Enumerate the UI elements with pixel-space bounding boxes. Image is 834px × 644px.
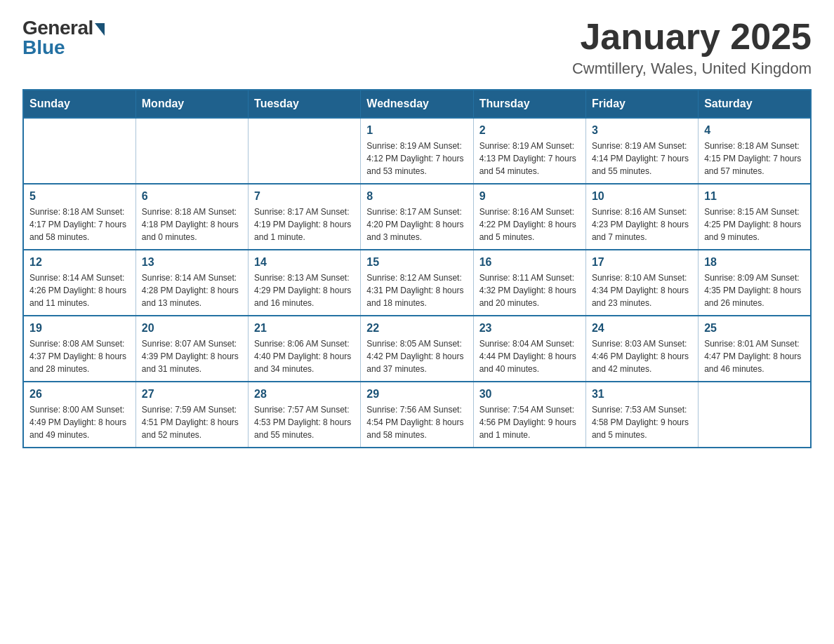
day-info: Sunrise: 8:18 AM Sunset: 4:18 PM Dayligh… — [142, 206, 242, 243]
column-header-tuesday: Tuesday — [249, 90, 361, 118]
day-info: Sunrise: 8:08 AM Sunset: 4:37 PM Dayligh… — [29, 337, 130, 375]
calendar-cell — [699, 382, 811, 448]
day-number: 9 — [479, 190, 580, 203]
day-number: 24 — [592, 322, 692, 335]
day-number: 16 — [479, 256, 580, 269]
calendar-cell: 24Sunrise: 8:03 AM Sunset: 4:46 PM Dayli… — [585, 316, 698, 382]
day-info: Sunrise: 7:53 AM Sunset: 4:58 PM Dayligh… — [592, 403, 692, 441]
day-number: 14 — [254, 256, 355, 269]
day-number: 17 — [592, 256, 692, 269]
day-info: Sunrise: 8:17 AM Sunset: 4:20 PM Dayligh… — [366, 206, 467, 243]
day-number: 21 — [254, 322, 355, 335]
title-section: January 2025 Cwmtillery, Wales, United K… — [572, 17, 812, 78]
calendar-cell: 18Sunrise: 8:09 AM Sunset: 4:35 PM Dayli… — [699, 250, 811, 316]
day-info: Sunrise: 8:03 AM Sunset: 4:46 PM Dayligh… — [592, 337, 692, 375]
calendar-cell: 3Sunrise: 8:19 AM Sunset: 4:14 PM Daylig… — [585, 118, 698, 184]
calendar-cell: 22Sunrise: 8:05 AM Sunset: 4:42 PM Dayli… — [361, 316, 473, 382]
calendar-cell: 7Sunrise: 8:17 AM Sunset: 4:19 PM Daylig… — [249, 184, 361, 250]
day-info: Sunrise: 8:12 AM Sunset: 4:31 PM Dayligh… — [366, 271, 467, 309]
day-info: Sunrise: 7:56 AM Sunset: 4:54 PM Dayligh… — [366, 403, 467, 441]
day-info: Sunrise: 7:57 AM Sunset: 4:53 PM Dayligh… — [254, 403, 355, 441]
day-info: Sunrise: 8:01 AM Sunset: 4:47 PM Dayligh… — [704, 337, 805, 375]
day-number: 4 — [704, 124, 805, 137]
day-number: 18 — [704, 256, 805, 269]
day-number: 15 — [366, 256, 467, 269]
day-number: 13 — [142, 256, 242, 269]
day-number: 23 — [479, 322, 580, 335]
column-header-wednesday: Wednesday — [361, 90, 473, 118]
day-number: 8 — [366, 190, 467, 203]
day-info: Sunrise: 8:18 AM Sunset: 4:15 PM Dayligh… — [704, 140, 805, 177]
logo: General Blue — [22, 17, 105, 59]
calendar-week-row: 19Sunrise: 8:08 AM Sunset: 4:37 PM Dayli… — [23, 316, 811, 382]
day-info: Sunrise: 8:16 AM Sunset: 4:23 PM Dayligh… — [592, 206, 692, 243]
calendar-cell: 9Sunrise: 8:16 AM Sunset: 4:22 PM Daylig… — [473, 184, 585, 250]
day-number: 31 — [592, 388, 692, 401]
calendar-cell: 15Sunrise: 8:12 AM Sunset: 4:31 PM Dayli… — [361, 250, 473, 316]
logo-blue-text: Blue — [22, 36, 65, 59]
calendar-cell: 13Sunrise: 8:14 AM Sunset: 4:28 PM Dayli… — [135, 250, 248, 316]
day-info: Sunrise: 8:19 AM Sunset: 4:12 PM Dayligh… — [366, 140, 467, 177]
day-number: 29 — [366, 388, 467, 401]
calendar-cell — [135, 118, 248, 184]
column-header-monday: Monday — [135, 90, 248, 118]
calendar-week-row: 12Sunrise: 8:14 AM Sunset: 4:26 PM Dayli… — [23, 250, 811, 316]
month-title: January 2025 — [572, 17, 812, 57]
day-number: 11 — [704, 190, 805, 203]
logo-arrow-icon — [95, 23, 105, 36]
day-number: 20 — [142, 322, 242, 335]
day-number: 19 — [29, 322, 130, 335]
day-info: Sunrise: 8:19 AM Sunset: 4:14 PM Dayligh… — [592, 140, 692, 177]
day-number: 28 — [254, 388, 355, 401]
column-header-friday: Friday — [585, 90, 698, 118]
calendar-cell: 10Sunrise: 8:16 AM Sunset: 4:23 PM Dayli… — [585, 184, 698, 250]
day-info: Sunrise: 8:19 AM Sunset: 4:13 PM Dayligh… — [479, 140, 580, 177]
day-number: 10 — [592, 190, 692, 203]
day-number: 6 — [142, 190, 242, 203]
calendar-cell — [23, 118, 135, 184]
day-info: Sunrise: 8:14 AM Sunset: 4:28 PM Dayligh… — [142, 271, 242, 309]
day-info: Sunrise: 8:06 AM Sunset: 4:40 PM Dayligh… — [254, 337, 355, 375]
day-info: Sunrise: 8:04 AM Sunset: 4:44 PM Dayligh… — [479, 337, 580, 375]
day-info: Sunrise: 8:10 AM Sunset: 4:34 PM Dayligh… — [592, 271, 692, 309]
day-number: 12 — [29, 256, 130, 269]
day-info: Sunrise: 8:11 AM Sunset: 4:32 PM Dayligh… — [479, 271, 580, 309]
calendar-cell: 31Sunrise: 7:53 AM Sunset: 4:58 PM Dayli… — [585, 382, 698, 448]
calendar-cell: 12Sunrise: 8:14 AM Sunset: 4:26 PM Dayli… — [23, 250, 135, 316]
calendar-cell: 6Sunrise: 8:18 AM Sunset: 4:18 PM Daylig… — [135, 184, 248, 250]
calendar-cell: 30Sunrise: 7:54 AM Sunset: 4:56 PM Dayli… — [473, 382, 585, 448]
calendar-cell: 5Sunrise: 8:18 AM Sunset: 4:17 PM Daylig… — [23, 184, 135, 250]
column-header-thursday: Thursday — [473, 90, 585, 118]
day-number: 5 — [29, 190, 130, 203]
day-info: Sunrise: 8:13 AM Sunset: 4:29 PM Dayligh… — [254, 271, 355, 309]
calendar-cell: 26Sunrise: 8:00 AM Sunset: 4:49 PM Dayli… — [23, 382, 135, 448]
calendar-week-row: 5Sunrise: 8:18 AM Sunset: 4:17 PM Daylig… — [23, 184, 811, 250]
day-number: 22 — [366, 322, 467, 335]
calendar-cell — [249, 118, 361, 184]
day-info: Sunrise: 8:18 AM Sunset: 4:17 PM Dayligh… — [29, 206, 130, 243]
day-info: Sunrise: 7:59 AM Sunset: 4:51 PM Dayligh… — [142, 403, 242, 441]
calendar-cell: 25Sunrise: 8:01 AM Sunset: 4:47 PM Dayli… — [699, 316, 811, 382]
calendar-cell: 28Sunrise: 7:57 AM Sunset: 4:53 PM Dayli… — [249, 382, 361, 448]
calendar-cell: 21Sunrise: 8:06 AM Sunset: 4:40 PM Dayli… — [249, 316, 361, 382]
day-number: 2 — [479, 124, 580, 137]
day-number: 26 — [29, 388, 130, 401]
day-info: Sunrise: 8:05 AM Sunset: 4:42 PM Dayligh… — [366, 337, 467, 375]
day-number: 7 — [254, 190, 355, 203]
calendar-cell: 19Sunrise: 8:08 AM Sunset: 4:37 PM Dayli… — [23, 316, 135, 382]
calendar-cell: 16Sunrise: 8:11 AM Sunset: 4:32 PM Dayli… — [473, 250, 585, 316]
calendar-week-row: 1Sunrise: 8:19 AM Sunset: 4:12 PM Daylig… — [23, 118, 811, 184]
column-header-saturday: Saturday — [699, 90, 811, 118]
day-number: 27 — [142, 388, 242, 401]
calendar-cell: 1Sunrise: 8:19 AM Sunset: 4:12 PM Daylig… — [361, 118, 473, 184]
calendar-cell: 23Sunrise: 8:04 AM Sunset: 4:44 PM Dayli… — [473, 316, 585, 382]
calendar-header-row: SundayMondayTuesdayWednesdayThursdayFrid… — [23, 90, 811, 118]
calendar-cell: 20Sunrise: 8:07 AM Sunset: 4:39 PM Dayli… — [135, 316, 248, 382]
day-number: 1 — [366, 124, 467, 137]
calendar-cell: 14Sunrise: 8:13 AM Sunset: 4:29 PM Dayli… — [249, 250, 361, 316]
day-info: Sunrise: 8:07 AM Sunset: 4:39 PM Dayligh… — [142, 337, 242, 375]
calendar-table: SundayMondayTuesdayWednesdayThursdayFrid… — [22, 89, 812, 448]
location-text: Cwmtillery, Wales, United Kingdom — [572, 60, 812, 78]
day-info: Sunrise: 8:00 AM Sunset: 4:49 PM Dayligh… — [29, 403, 130, 441]
column-header-sunday: Sunday — [23, 90, 135, 118]
